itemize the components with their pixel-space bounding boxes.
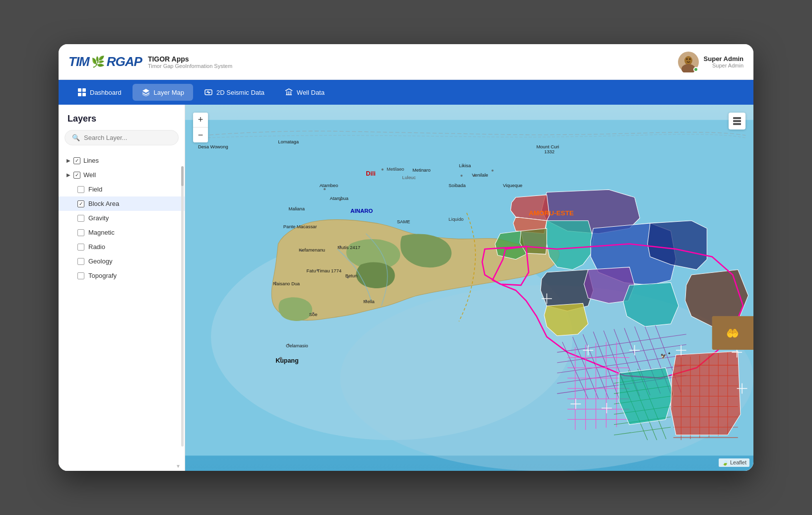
checkbox-geology[interactable] [77,258,84,265]
navbar: Dashboard Layer Map 2D Seismic Data Well… [59,80,753,105]
svg-rect-6 [82,88,86,92]
nav-seismic[interactable]: 2D Seismic Data [195,84,273,101]
sidebar: Layers 🔍 ▶ Lines ▶ Well [59,105,185,471]
svg-rect-146 [733,120,741,122]
scroll-down-arrow[interactable]: ▼ [176,463,181,469]
zoom-out-button[interactable]: − [193,128,208,142]
checkbox-field[interactable] [77,186,84,193]
layer-item-magnetic[interactable]: Magnetic [59,225,185,240]
chevron-right-icon-well: ▶ [67,172,70,178]
nav-dashboard[interactable]: Dashboard [68,84,131,101]
nav-well-label: Well Data [297,89,325,96]
svg-text:Kefamenanu: Kefamenanu [299,248,325,253]
layer-item-topografy[interactable]: Topografy [59,268,185,283]
nav-seismic-label: 2D Seismic Data [216,89,265,96]
layer-item-field[interactable]: Field [59,182,185,196]
svg-text:Dili: Dili [366,170,375,177]
layer-label-lines: Lines [83,157,99,164]
layer-item-gravity[interactable]: Gravity [59,211,185,225]
layer-label-well: Well [83,171,96,179]
checkbox-radio[interactable] [77,244,84,251]
map-area: 🦅 ✦ Desa Wowong Lomataga Likisa Mount Cu… [185,105,753,471]
user-role: Super Admin [704,63,744,68]
svg-marker-78 [619,368,673,425]
logo-area: TIM 🌿 RGAP TIGOR Apps Timor Gap GeoInfor… [68,54,232,69]
svg-text:🤲: 🤲 [726,327,739,340]
checkbox-well[interactable] [73,172,80,179]
svg-text:✦: ✦ [668,351,671,356]
nav-dashboard-label: Dashboard [90,89,122,96]
svg-text:Mella: Mella [363,299,375,304]
svg-text:Metilaeo: Metilaeo [387,167,404,172]
svg-text:🦅: 🦅 [661,353,667,359]
svg-rect-8 [82,93,86,96]
svg-point-127 [339,199,341,201]
layer-label-geology: Geology [88,258,112,265]
map-toggle-button[interactable] [729,113,745,129]
layers-icon [141,88,150,97]
seismic-icon [204,88,213,97]
svg-point-136 [274,282,276,284]
user-info: Super Admin Super Admin [704,55,744,68]
svg-text:Mount Curi: Mount Curi [537,144,559,149]
scrollbar-thumb[interactable] [181,166,184,186]
nav-layer-map[interactable]: Layer Map [133,84,193,101]
checkbox-topografy[interactable] [77,272,84,279]
app-title: TIGOR Apps [148,55,232,63]
svg-rect-147 [733,123,741,125]
layer-group-lines[interactable]: ▶ Lines [59,153,185,168]
table-icon [733,117,742,126]
search-input[interactable] [84,134,171,141]
svg-text:Luleuc: Luleuc [402,175,416,180]
layer-item-radio[interactable]: Radio [59,240,185,254]
svg-text:Naisano Dua: Naisano Dua [273,281,300,286]
layer-group-well[interactable]: ▶ Well [59,168,185,182]
svg-text:Likisa: Likisa [459,163,472,168]
svg-point-130 [461,175,463,177]
layer-label-topografy: Topografy [88,272,117,279]
svg-text:Liquido: Liquido [449,217,464,222]
svg-text:AMORU-ESTE: AMORU-ESTE [529,209,574,217]
map-svg: 🦅 ✦ Desa Wowong Lomataga Likisa Mount Cu… [185,105,753,471]
layer-item-block-area[interactable]: Block Area [59,196,185,211]
sidebar-title: Layers [59,105,185,130]
svg-text:Lomataga: Lomataga [278,139,299,144]
svg-text:SAME: SAME [397,219,410,224]
svg-point-131 [474,175,475,177]
scrollbar-track [181,166,184,447]
checkbox-block-area[interactable] [77,200,84,207]
logo: TIM 🌿 RGAP [68,54,142,69]
zoom-in-button[interactable]: + [193,113,208,128]
svg-point-3 [686,58,687,60]
svg-point-135 [316,269,318,271]
checkbox-gravity[interactable] [77,215,84,222]
app-subtitle: Timor Gap GeoInformation System [148,63,232,69]
svg-rect-7 [78,93,81,96]
svg-text:Atambeo: Atambeo [320,183,338,188]
svg-text:Soibada: Soibada [449,183,466,188]
svg-point-128 [324,188,326,190]
svg-text:AINARO: AINARO [350,208,373,214]
svg-point-134 [339,246,341,248]
layer-item-geology[interactable]: Geology [59,254,185,268]
checkbox-lines[interactable] [73,157,80,164]
layer-label-gravity: Gravity [88,214,109,222]
online-indicator [693,67,698,72]
svg-rect-5 [78,88,81,92]
zoom-controls: + − [193,113,208,142]
search-box[interactable]: 🔍 [65,130,179,145]
svg-point-1 [684,56,692,65]
scroll-arrows: ▼ [59,461,185,471]
svg-text:Desa Wowong: Desa Wowong [198,144,228,149]
grid-icon [77,88,86,97]
svg-rect-145 [733,117,741,119]
svg-text:Metinaro: Metinaro [412,168,430,173]
nav-well[interactable]: Well Data [275,84,334,101]
chevron-right-icon: ▶ [67,158,70,163]
svg-point-140 [287,343,289,345]
layer-label-magnetic: Magnetic [88,229,115,236]
svg-point-4 [689,58,690,60]
svg-marker-79 [671,351,741,435]
checkbox-magnetic[interactable] [77,229,84,236]
svg-text:1332: 1332 [544,149,554,154]
